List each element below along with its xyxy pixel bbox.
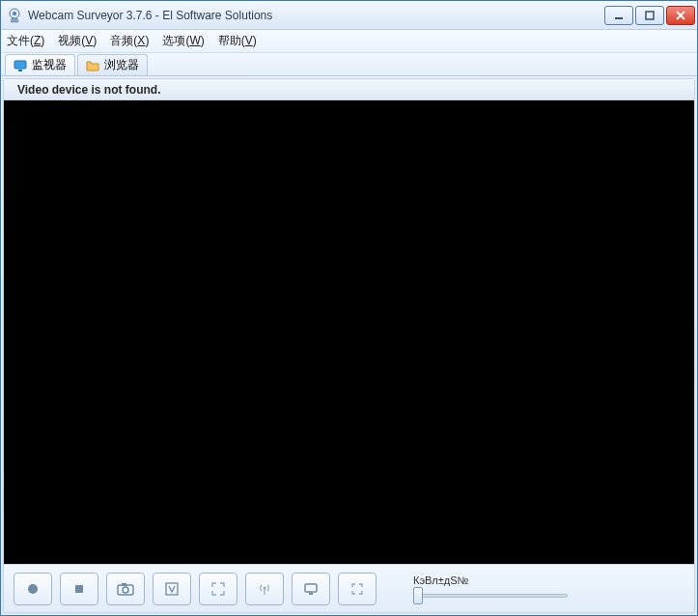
tab-monitor[interactable]: 监视器	[5, 54, 75, 75]
menu-options[interactable]: 选项(W)	[162, 33, 204, 49]
menu-file[interactable]: 文件(Z)	[7, 33, 44, 49]
folder-icon	[86, 59, 99, 72]
titlebar: Webcam Surveyor 3.7.6 - El Software Solu…	[1, 1, 697, 30]
motion-detect-button[interactable]	[153, 573, 191, 605]
expand-button[interactable]	[199, 573, 237, 605]
app-window: Webcam Surveyor 3.7.6 - El Software Solu…	[0, 0, 698, 616]
minimize-button[interactable]	[604, 6, 633, 25]
slider-thumb[interactable]	[413, 587, 423, 604]
zoom-slider[interactable]	[413, 588, 568, 603]
svg-rect-14	[309, 593, 313, 595]
window-controls	[604, 6, 695, 25]
tabbar: 监视器 浏览器	[1, 53, 697, 76]
fullscreen-button[interactable]	[338, 573, 377, 605]
broadcast-button[interactable]	[245, 573, 284, 605]
svg-rect-3	[646, 12, 654, 19]
webcam-icon	[7, 8, 22, 23]
screen-button[interactable]	[292, 573, 330, 605]
slider-label: КэВл±дS№	[413, 574, 568, 586]
svg-rect-4	[14, 61, 26, 69]
record-button[interactable]	[14, 573, 52, 605]
menu-help[interactable]: 帮助(V)	[218, 33, 257, 49]
svg-rect-13	[305, 584, 317, 592]
svg-point-1	[13, 12, 16, 15]
svg-point-6	[28, 584, 38, 594]
content-area: Video device is not found.	[3, 78, 695, 613]
bottom-toolbar: КэВл±дS№	[4, 564, 694, 612]
svg-rect-5	[18, 70, 22, 71]
zoom-slider-section: КэВл±дS№	[413, 574, 568, 603]
stop-button[interactable]	[60, 573, 98, 605]
svg-rect-9	[122, 583, 126, 586]
svg-point-10	[123, 587, 128, 593]
snapshot-button[interactable]	[106, 573, 145, 605]
menu-video[interactable]: 视频(V)	[58, 33, 97, 49]
window-title: Webcam Surveyor 3.7.6 - El Software Solu…	[28, 9, 604, 22]
menubar: 文件(Z) 视频(V) 音频(X) 选项(W) 帮助(V)	[1, 30, 697, 53]
close-button[interactable]	[666, 6, 695, 25]
tab-monitor-label: 监视器	[32, 57, 67, 73]
status-message: Video device is not found.	[17, 83, 160, 97]
svg-rect-7	[75, 585, 83, 593]
video-preview	[4, 100, 694, 564]
maximize-button[interactable]	[635, 6, 664, 25]
status-strip: Video device is not found.	[4, 79, 694, 100]
tab-browser-label: 浏览器	[104, 57, 139, 73]
monitor-icon	[14, 59, 27, 72]
tab-browser[interactable]: 浏览器	[77, 54, 148, 75]
menu-audio[interactable]: 音频(X)	[110, 33, 149, 49]
svg-rect-2	[615, 17, 623, 19]
slider-track	[413, 594, 568, 598]
